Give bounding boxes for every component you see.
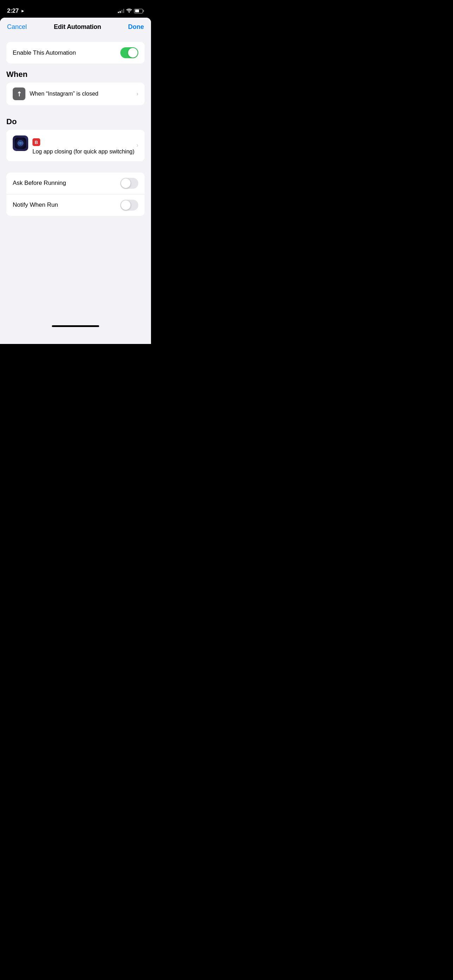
trigger-icon-box: ↗ <box>13 88 25 100</box>
settings-card: Ask Before Running Notify When Run <box>6 172 145 216</box>
do-action-text: Log app closing (for quick app switching… <box>32 148 134 156</box>
do-action-label: B Log app closing (for quick app switchi… <box>32 138 138 156</box>
signal-icon <box>118 9 124 13</box>
enable-label: Enable This Automation <box>13 49 76 56</box>
nav-bar: Cancel Edit Automation Done <box>0 18 151 35</box>
when-section: ↗ When “Instagram” is closed › <box>0 83 151 105</box>
notify-when-run-label: Notify When Run <box>13 201 58 208</box>
done-button[interactable]: Done <box>128 23 144 31</box>
enable-card: Enable This Automation <box>6 42 145 64</box>
home-indicator <box>0 322 151 330</box>
trigger-text: When “Instagram” is closed <box>30 91 132 97</box>
do-chevron-icon: › <box>137 142 138 148</box>
ask-before-running-row: Ask Before Running <box>6 172 145 194</box>
settings-section: Ask Before Running Notify When Run <box>0 172 151 216</box>
status-time: 2:27 ► <box>7 7 25 14</box>
cancel-button[interactable]: Cancel <box>7 23 27 31</box>
time-display: 2:27 <box>7 7 19 14</box>
do-section-label: Do <box>0 111 151 130</box>
battery-icon <box>134 9 144 13</box>
page-title: Edit Automation <box>54 23 101 31</box>
status-icons <box>118 8 144 14</box>
enable-row: Enable This Automation <box>6 42 145 64</box>
b-icon: B <box>32 138 40 146</box>
ask-before-running-toggle[interactable] <box>120 178 138 189</box>
toggle-knob <box>128 48 138 57</box>
when-trigger-row[interactable]: ↗ When “Instagram” is closed › <box>6 83 145 105</box>
enable-section: Enable This Automation <box>0 42 151 64</box>
notify-when-run-row: Notify When Run <box>6 194 145 216</box>
status-bar: 2:27 ► <box>0 0 151 18</box>
app-icon <box>13 135 28 151</box>
ask-before-running-label: Ask Before Running <box>13 180 66 187</box>
do-section: B Log app closing (for quick app switchi… <box>0 130 151 161</box>
do-card-content: B Log app closing (for quick app switchi… <box>32 135 138 156</box>
arrow-up-right-icon: ↗ <box>14 89 24 99</box>
notify-toggle-knob <box>121 200 130 210</box>
svg-point-5 <box>20 143 21 143</box>
chevron-icon: › <box>137 91 138 97</box>
notify-when-run-toggle[interactable] <box>120 200 138 211</box>
wifi-icon <box>126 8 132 14</box>
home-bar <box>52 325 99 327</box>
ask-toggle-knob <box>121 178 130 188</box>
do-action-card[interactable]: B Log app closing (for quick app switchi… <box>6 130 145 161</box>
main-content: Cancel Edit Automation Done Enable This … <box>0 18 151 344</box>
enable-toggle[interactable] <box>120 47 138 58</box>
location-icon: ► <box>21 8 25 13</box>
when-section-label: When <box>0 64 151 83</box>
